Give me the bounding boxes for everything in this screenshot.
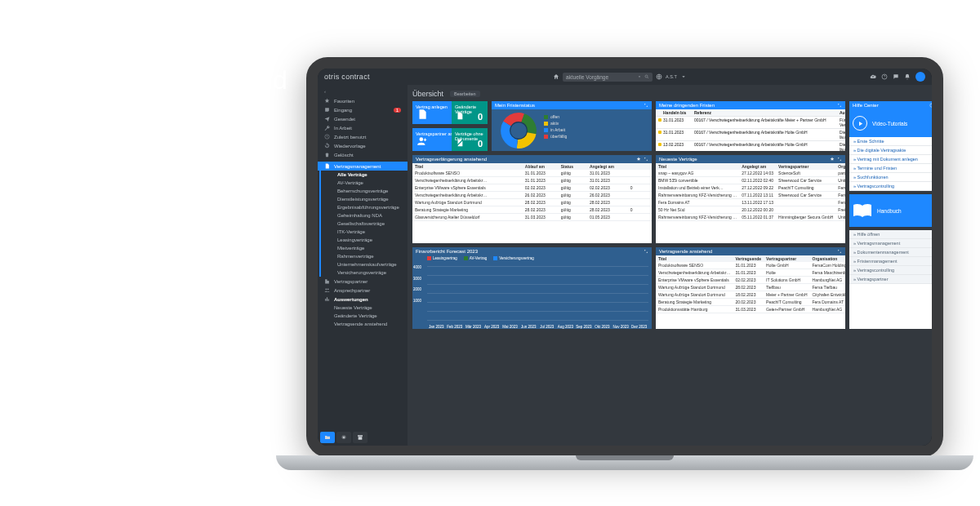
table-row[interactable]: Wartung Aufzüge Standort Dortmund28.02.2… — [412, 199, 652, 206]
help-link[interactable]: » Vertragspartner — [849, 275, 932, 284]
sidebar-report-item[interactable]: Neueste Verträge — [318, 304, 408, 312]
avatar[interactable] — [915, 72, 925, 82]
renewal-table[interactable]: TitelAblauf amStatusAngelegt amProduktso… — [412, 163, 652, 221]
sidebar-contract-type[interactable]: Unternehmenskaufverträge — [321, 260, 408, 269]
edit-dashboard-button[interactable]: Bearbeiten — [450, 91, 480, 97]
sidebar-contract-type[interactable]: Geheimhaltung NDA — [321, 211, 408, 220]
newest-table[interactable]: TitelAngelegt amVertragspartnerOrganisat… — [656, 163, 845, 221]
chevron-down-icon[interactable] — [637, 74, 642, 79]
help-link[interactable]: » Vertragsmanagement — [849, 239, 932, 248]
sidebar-contract-type[interactable]: AV-Verträge — [321, 179, 408, 187]
sidebar-resubmission[interactable]: Wiedervorlage — [318, 141, 408, 150]
help-icon[interactable]: ? — [929, 103, 932, 108]
sidebar-contract-type[interactable]: Versicherungsverträge — [321, 269, 408, 277]
sidebar-contract-type[interactable]: Rahmenverträge — [321, 252, 408, 260]
help-link[interactable]: » Erste Schritte — [849, 137, 932, 146]
sidebar-inbox[interactable]: Eingang1 — [318, 105, 408, 114]
expand-icon[interactable] — [837, 157, 842, 162]
table-row[interactable]: Wartung Aufzüge Standort Dortmund28.02.2… — [656, 284, 845, 291]
help-link[interactable]: » Termine und Fristen — [849, 164, 932, 173]
expand-icon[interactable] — [837, 249, 842, 254]
sidebar-contract-type[interactable]: Leasingverträge — [321, 236, 408, 244]
table-row[interactable]: Rahmenvereinbarung KFZ-Versicherung …05.… — [656, 214, 845, 221]
table-row[interactable]: Verschwiegenheitserklärung Arbeitskr…31.… — [412, 177, 652, 184]
table-row[interactable]: 50 Hz Net Süd20.12.2022 00:20Freinetz AG — [656, 206, 845, 214]
tile-changed-contracts[interactable]: Geänderte Verträge 0 — [452, 101, 488, 124]
help-link[interactable]: » Vertragscontrolling — [849, 266, 932, 275]
deadline-row[interactable]: 31.01.202300167 / Verschwiegenheitserklä… — [656, 117, 845, 129]
home-icon[interactable] — [553, 73, 559, 80]
chat-icon[interactable] — [893, 73, 899, 80]
table-row[interactable]: BMW 535i convertible02.11.2022 02:40Shee… — [656, 177, 845, 184]
sidebar-contract-type[interactable]: Dienstleistungsverträge — [321, 195, 408, 203]
expand-icon[interactable] — [644, 157, 648, 162]
table-row[interactable]: Beratung Strategie Marketing28.02.2023gü… — [412, 206, 652, 214]
sidebar-view-folders[interactable] — [320, 432, 335, 443]
table-row[interactable]: Verschwiegenheitserklärung Arbeitskr…26.… — [412, 192, 652, 199]
bell-icon[interactable] — [904, 73, 911, 80]
brand: otris contract — [324, 73, 370, 81]
globe-icon[interactable] — [656, 73, 662, 80]
sidebar-favorites[interactable]: Favoriten — [318, 96, 408, 105]
table-row[interactable]: Produktsoftware SENSO31.01.2023gültig31.… — [412, 170, 652, 177]
expand-icon[interactable] — [837, 103, 842, 108]
sidebar-partner[interactable]: Vertragspartner — [318, 277, 408, 286]
table-row[interactable]: Rahmenvereinbarung KFZ-Versicherung …07.… — [656, 192, 845, 199]
cloud-upload-icon[interactable] — [870, 73, 876, 80]
help-link[interactable]: » Suchfunktionen — [849, 173, 932, 182]
help-link[interactable]: » Hilfe öffnen — [849, 230, 932, 239]
contract-end-table[interactable]: TitelVertragsendeVertragspartnerOrganisa… — [656, 255, 845, 313]
sidebar-back[interactable]: ‹ — [318, 87, 408, 96]
help-link[interactable]: » Fristenmanagement — [849, 257, 932, 266]
table-row[interactable]: Produktsoftware SENSO31.01.2023Holte Gmb… — [656, 262, 845, 269]
sidebar-in-progress[interactable]: In Arbeit — [318, 123, 408, 132]
panel-renewal-header: Vertragsverlängerung anstehend — [412, 155, 652, 163]
deadline-row[interactable]: 31.01.202300167 / Verschwiegenheitserklä… — [656, 129, 845, 141]
table-row[interactable]: Produktionsstätte Hamburg31.03.2023Geier… — [656, 306, 845, 313]
table-row[interactable]: Enterprise VMware vSphere Essentials02.0… — [656, 277, 845, 284]
help-link[interactable]: » Vertrag mit Dokument anlegen — [849, 155, 932, 164]
expand-icon[interactable] — [644, 103, 648, 108]
pin-icon[interactable] — [636, 157, 641, 162]
sidebar-footer — [318, 429, 408, 446]
svg-point-6 — [420, 137, 424, 141]
table-row[interactable]: Installation und Betrieb einer Verk…27.1… — [656, 184, 845, 192]
pin-icon[interactable] — [830, 157, 835, 162]
sidebar-view-archive[interactable] — [353, 432, 368, 443]
chevron-down-icon[interactable] — [680, 73, 687, 80]
table-row[interactable]: snap – easygov AG27.12.2022 14:03Science… — [656, 170, 845, 177]
table-row[interactable]: Enterprise VMware vSphere Essentials02.0… — [412, 184, 652, 192]
table-row[interactable]: Verschwiegenheitserklärung Arbeitskr…31.… — [656, 269, 845, 277]
sidebar-recent[interactable]: Zuletzt benutzt — [318, 132, 408, 141]
sidebar-contract-type[interactable]: Alle Verträge — [321, 171, 408, 179]
table-row[interactable]: Beratung Strategie Marketing20.02.2023Pe… — [656, 299, 845, 306]
sidebar-view-settings[interactable] — [336, 432, 351, 443]
sidebar-contract-type[interactable]: Ergebnisabführungsverträge — [321, 203, 408, 211]
sidebar-report-item[interactable]: Vertragsende anstehend — [318, 320, 408, 328]
expand-icon[interactable] — [644, 249, 648, 254]
search-icon[interactable] — [644, 74, 649, 79]
search-field[interactable]: aktuelle Vorgänge — [563, 73, 653, 82]
sidebar-contract-type[interactable]: ITK-Verträge — [321, 228, 408, 236]
sidebar-reports[interactable]: Auswertungen — [318, 295, 408, 304]
help-handbook-tile[interactable]: Handbuch — [849, 194, 932, 227]
sidebar-contract-type[interactable]: Mietverträge — [321, 244, 408, 252]
panel-contract-end-header: Vertragsende anstehend — [656, 247, 845, 255]
help-icon[interactable]: ? — [881, 73, 888, 80]
help-video-tile[interactable]: Video-Tutorials — [849, 109, 932, 137]
sidebar-contract-type[interactable]: Beherrschungsverträge — [321, 187, 408, 195]
sidebar-contract-type[interactable]: Gesellschaftsverträge — [321, 220, 408, 228]
sidebar-module-contracts[interactable]: Vertragsmanagement — [318, 162, 408, 171]
sidebar-deleted[interactable]: Gelöscht — [318, 150, 408, 159]
add-user-icon — [416, 135, 428, 147]
tile-contracts-no-docs[interactable]: Verträge ohne Dokumente 0 — [452, 128, 488, 151]
table-row[interactable]: Wartung Aufzüge Standort Dortmund18.02.2… — [656, 291, 845, 299]
sidebar-sent[interactable]: Gesendet — [318, 114, 408, 123]
help-link[interactable]: » Die digitale Vertragsakte — [849, 146, 932, 155]
sidebar-report-item[interactable]: Geänderte Verträge — [318, 312, 408, 320]
help-link[interactable]: » Vertragscontrolling — [849, 182, 932, 191]
table-row[interactable]: Glasversicherung Atelier Düsseldorf31.03… — [412, 214, 652, 221]
table-row[interactable]: Fera Domains AT13.11.2022 17:13Fera Doma… — [656, 199, 845, 206]
help-link[interactable]: » Dokumentenmanagement — [849, 248, 932, 257]
sidebar-contacts[interactable]: Ansprechpartner — [318, 286, 408, 295]
